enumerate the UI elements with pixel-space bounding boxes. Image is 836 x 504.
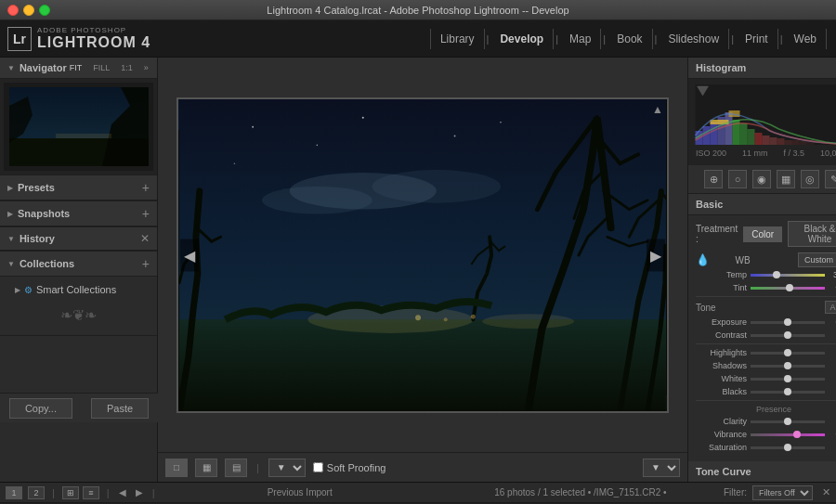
exposure-slider-track[interactable] (751, 321, 825, 324)
wb-select[interactable]: Custom (798, 252, 836, 267)
whites-slider-track[interactable] (751, 378, 825, 381)
view-single-btn[interactable]: □ (165, 459, 188, 477)
presets-add-button[interactable]: + (142, 180, 150, 195)
blacks-label: Blacks (696, 387, 747, 396)
smart-collections-icon: ⚙ (24, 285, 33, 295)
temp-slider-thumb[interactable] (773, 271, 780, 278)
crop-tool-btn[interactable]: ⊕ (704, 170, 723, 188)
nav-book[interactable]: Book (607, 29, 652, 49)
presets-header[interactable]: ▶ Presets + (0, 175, 157, 200)
collections-header[interactable]: ▼ Collections + (0, 252, 157, 277)
smart-collections-item[interactable]: ▶ ⚙ Smart Collections (0, 280, 157, 299)
collections-add-button[interactable]: + (142, 256, 150, 271)
eyedropper-icon[interactable]: 💧 (696, 253, 710, 266)
adjust-brush-btn[interactable]: ✎ (825, 170, 836, 188)
tint-slider-thumb[interactable] (786, 284, 793, 291)
vibrance-slider-track[interactable] (751, 433, 825, 436)
bw-treatment-btn[interactable]: Black & White (788, 221, 836, 247)
highlights-slider-thumb[interactable] (784, 349, 791, 356)
shadows-slider-track[interactable] (751, 365, 825, 368)
nav-develop[interactable]: Develop (490, 29, 554, 49)
filter-close-icon[interactable]: ✕ (822, 486, 830, 498)
nav-fill-btn[interactable]: FILL (90, 62, 112, 73)
top-nav: Lr ADOBE PHOTOSHOP LIGHTROOM 4 Library |… (0, 20, 836, 58)
filmstrip-prev-btn[interactable]: ◀ (117, 487, 128, 498)
blacks-slider-track[interactable] (751, 391, 825, 394)
nav-ratio-btn[interactable]: » (141, 62, 151, 73)
window-controls (7, 5, 50, 16)
view-survey-btn[interactable]: ▤ (225, 459, 247, 477)
paste-button[interactable]: Paste (91, 398, 149, 419)
filmstrip-grid-view-btn[interactable]: ⊞ (62, 486, 79, 499)
snapshots-header[interactable]: ▶ Snapshots + (0, 201, 157, 226)
toolbar-dropdown[interactable]: ▼ (268, 459, 306, 477)
spot-removal-btn[interactable]: ○ (728, 170, 747, 188)
soft-proofing-checkbox[interactable] (313, 462, 323, 472)
nav-links: Library | Develop | Map | Book | Slidesh… (158, 29, 836, 49)
tint-slider-row: Tint + 24 (696, 283, 836, 292)
contrast-slider-thumb[interactable] (784, 331, 791, 339)
filmstrip-list-view-btn[interactable]: ≡ (83, 486, 99, 499)
histogram-aperture: f / 3.5 (783, 149, 804, 158)
nav-print[interactable]: Print (736, 29, 778, 49)
basic-header[interactable]: Basic ▼ (688, 194, 836, 215)
snapshots-title: Snapshots (18, 208, 70, 219)
contrast-slider-track[interactable] (751, 334, 825, 337)
auto-tone-btn[interactable]: Auto (825, 301, 836, 314)
nav-library[interactable]: Library (430, 29, 485, 49)
toolbar-right-dropdown[interactable]: ▼ (643, 459, 680, 477)
minimize-button[interactable] (23, 5, 34, 16)
filmstrip-page2-btn[interactable]: 2 (28, 486, 45, 499)
photo-next-arrow[interactable]: ▶ (647, 239, 665, 271)
soft-proofing-check[interactable]: Soft Proofing (313, 462, 386, 473)
tone-curve-header[interactable]: Tone Curve ▼ (688, 461, 836, 482)
radial-filter-btn[interactable]: ◎ (801, 170, 819, 188)
clarity-slider-track[interactable] (751, 420, 825, 423)
color-treatment-btn[interactable]: Color (743, 226, 782, 242)
highlights-slider-track[interactable] (751, 352, 825, 355)
navigator-header[interactable]: ▼ Navigator FIT FILL 1:1 » (0, 58, 157, 79)
history-header[interactable]: ▼ History ✕ (0, 227, 157, 251)
histogram-title: Histogram (696, 62, 746, 73)
shadows-slider-thumb[interactable] (784, 362, 791, 369)
photo-prev-arrow[interactable]: ◀ (180, 239, 199, 271)
svg-point-21 (471, 314, 476, 318)
temp-slider-track[interactable] (751, 274, 825, 277)
filter-select[interactable]: Filters Off (752, 485, 813, 500)
maximize-button[interactable] (39, 5, 50, 16)
view-compare-btn[interactable]: ▦ (195, 459, 217, 477)
nav-map[interactable]: Map (560, 29, 601, 49)
vibrance-slider-thumb[interactable] (793, 431, 801, 438)
copy-button[interactable]: Copy... (9, 398, 72, 419)
filmstrip-source-label[interactable]: Previous Import (163, 487, 438, 498)
close-button[interactable] (7, 5, 19, 16)
saturation-slider-track[interactable] (751, 446, 825, 449)
filmstrip-page1-btn[interactable]: 1 (6, 486, 22, 499)
svg-rect-4 (56, 134, 111, 138)
nav-fit-btn[interactable]: FIT (67, 62, 85, 73)
tint-slider-track[interactable] (751, 287, 825, 290)
filmstrip-next-btn[interactable]: ▶ (134, 487, 145, 498)
saturation-label: Saturation (696, 443, 747, 452)
saturation-slider-thumb[interactable] (784, 444, 791, 451)
histogram-header[interactable]: Histogram ▼ (688, 58, 836, 79)
clarity-label: Clarity (696, 417, 747, 426)
nav-slideshow[interactable]: Slideshow (659, 29, 729, 49)
clarity-slider-thumb[interactable] (784, 418, 791, 425)
whites-slider-thumb[interactable] (784, 375, 791, 382)
blacks-slider-row: Blacks 0 (696, 387, 836, 396)
blacks-slider-thumb[interactable] (784, 388, 791, 395)
presets-title: Presets (18, 182, 55, 193)
filmstrip-toolbar: 1 2 | ⊞ ≡ | ◀ ▶ | Previous Import 16 pho… (0, 483, 836, 503)
history-clear-button[interactable]: ✕ (140, 232, 150, 245)
exposure-slider-thumb[interactable] (784, 318, 791, 326)
grad-filter-btn[interactable]: ▦ (777, 170, 795, 188)
photo-svg (178, 99, 667, 411)
redeye-btn[interactable]: ◉ (752, 170, 771, 188)
photo-viewer: ◀ ▶ ▲ (158, 58, 687, 452)
snapshots-add-button[interactable]: + (142, 206, 150, 221)
nav-1-1-btn[interactable]: 1:1 (118, 62, 136, 73)
nav-web[interactable]: Web (785, 29, 827, 49)
svg-rect-33 (770, 137, 777, 145)
treatment-row: Treatment : Color Black & White (696, 221, 836, 247)
